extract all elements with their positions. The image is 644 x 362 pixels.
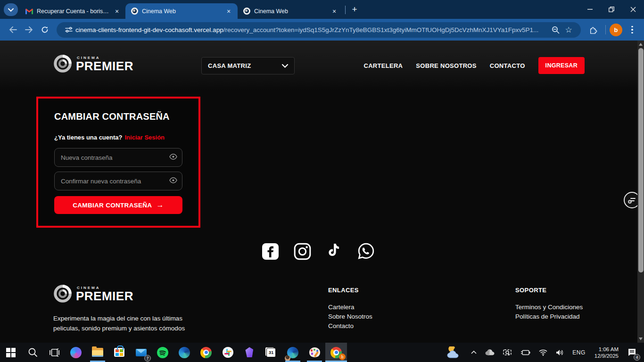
footer-links-title: ENLACES — [328, 287, 372, 294]
forward-button[interactable] — [21, 22, 37, 38]
facebook-icon[interactable] — [262, 243, 279, 260]
instagram-icon[interactable] — [294, 243, 311, 260]
maximize-button[interactable] — [601, 0, 622, 19]
new-tab-button[interactable]: + — [348, 3, 361, 16]
tab-close-icon[interactable]: × — [113, 7, 121, 16]
tab-cinema-web-active[interactable]: Cinema Web × — [125, 3, 238, 19]
back-button[interactable] — [5, 22, 21, 38]
scrollbar-thumb[interactable] — [638, 48, 644, 272]
change-password-button[interactable]: CAMBIAR CONTRASEÑA → — [54, 196, 182, 214]
iniciar-sesion-link[interactable]: Iniciar Sesión — [125, 134, 165, 141]
chrome-active-button[interactable]: b — [325, 343, 347, 362]
volume-button[interactable] — [552, 343, 568, 362]
new-password-input[interactable] — [54, 148, 182, 167]
copilot-button[interactable] — [65, 343, 87, 362]
obsidian-icon — [245, 347, 254, 358]
close-window-button[interactable] — [622, 0, 644, 19]
url-text[interactable]: cinema-clients-frontend-git-dev-cochasof… — [75, 26, 549, 33]
clock-date: 12/9/2025 — [594, 353, 619, 359]
show-password-icon[interactable] — [169, 177, 177, 183]
notification-center-button[interactable]: 4 — [623, 343, 642, 362]
weather-widget[interactable] — [440, 343, 467, 362]
microsoft-store-button[interactable] — [108, 343, 130, 362]
mail-badge: 7 — [144, 355, 151, 362]
file-explorer-button[interactable] — [87, 343, 108, 362]
restore-icon — [609, 7, 614, 12]
chevron-down-icon — [8, 8, 14, 12]
tray-expand-button[interactable] — [467, 343, 481, 362]
tab-gmail[interactable]: Recuperar Cuenta - borisscrum × — [20, 3, 125, 19]
site-settings-icon[interactable] — [62, 23, 75, 36]
tab-cinema-web-2[interactable]: Cinema Web × — [238, 3, 343, 19]
footer-link-contacto[interactable]: Contacto — [328, 321, 372, 331]
obsidian-button[interactable] — [239, 343, 260, 362]
browser-tabstrip: Recuperar Cuenta - borisscrum × Cinema W… — [0, 0, 644, 19]
chevron-down-icon — [282, 64, 288, 68]
tiktok-icon[interactable] — [326, 243, 342, 260]
screen-share-button[interactable] — [499, 343, 516, 362]
url-domain: cinema-clients-frontend-git-dev-cochasof… — [75, 26, 223, 33]
social-links — [0, 242, 637, 260]
minimize-icon — [587, 9, 593, 10]
battery-status-button[interactable] — [516, 343, 535, 362]
site-logo[interactable]: CINEMA PREMIER — [53, 54, 133, 74]
footer-link-terminos[interactable]: Terminos y Condiciones — [515, 303, 583, 312]
battery-charging-icon — [520, 350, 530, 355]
browser-menu-icon[interactable] — [626, 24, 638, 36]
onedrive-button[interactable] — [481, 343, 499, 362]
reload-button[interactable] — [37, 22, 53, 38]
calendar-button[interactable]: 31 — [260, 343, 282, 362]
nav-cartelera[interactable]: CARTELERA — [363, 62, 403, 69]
slack-button[interactable] — [217, 343, 239, 362]
scrollbar-down-arrow[interactable] — [639, 337, 643, 340]
forward-icon — [25, 26, 33, 33]
cinema-premier-logo-icon — [53, 54, 73, 74]
mail-button[interactable]: 7 — [130, 343, 152, 362]
profile-avatar[interactable]: b — [610, 24, 622, 36]
footer-description: Experimenta la magia del cine con las úl… — [53, 314, 196, 333]
whatsapp-icon[interactable] — [357, 242, 375, 260]
footer-link-privacidad[interactable]: Políticas de Privacidad — [515, 312, 583, 321]
wifi-icon — [539, 349, 547, 356]
url-bar[interactable]: cinema-clients-frontend-git-dev-cochasof… — [57, 22, 581, 38]
screen: Recuperar Cuenta - borisscrum × Cinema W… — [0, 0, 644, 362]
footer-link-cartelera[interactable]: Cartelera — [328, 303, 372, 312]
footer-link-sobre-nosotros[interactable]: Sobre Nosotros — [328, 312, 372, 321]
minimize-button[interactable] — [579, 0, 601, 19]
page-scrollbar[interactable] — [637, 41, 644, 343]
chrome-button[interactable] — [195, 343, 217, 362]
bookmark-star-icon[interactable]: ☆ — [562, 23, 575, 36]
zoom-out-icon[interactable] — [549, 23, 562, 36]
wifi-button[interactable] — [535, 343, 552, 362]
nav-contacto[interactable]: CONTACTO — [490, 62, 525, 69]
tab-search-button[interactable] — [4, 3, 18, 16]
edge-button[interactable] — [173, 343, 195, 362]
reload-icon — [41, 26, 49, 33]
site-header: CINEMA PREMIER CASA MATRIZ CARTELERA SOB… — [0, 41, 637, 90]
tab-close-icon[interactable]: × — [330, 7, 339, 16]
nav-sobre-nosotros[interactable]: SOBRE NOSOTROS — [416, 62, 476, 69]
edge-profile-button[interactable] — [282, 343, 304, 362]
question-text: ¿Ya tienes una cuenta? — [54, 134, 123, 141]
weather-icon — [446, 346, 461, 359]
login-button[interactable]: INGRESAR — [538, 57, 585, 74]
language-indicator[interactable]: ENG — [568, 343, 590, 362]
start-button[interactable] — [0, 343, 22, 362]
extensions-icon[interactable] — [586, 22, 602, 38]
windows-start-icon — [6, 348, 16, 357]
taskbar-clock[interactable]: 1:06 AM 12/9/2025 — [590, 346, 623, 359]
task-view-button[interactable] — [43, 343, 65, 362]
spotify-button[interactable] — [152, 343, 173, 362]
branch-selector[interactable]: CASA MATRIZ — [201, 57, 295, 74]
back-icon — [9, 26, 17, 33]
microsoft-store-icon — [114, 348, 124, 357]
chevron-up-icon — [471, 351, 477, 354]
show-password-icon[interactable] — [169, 154, 177, 160]
tab-close-icon[interactable]: × — [224, 7, 233, 16]
scrollbar-up-arrow[interactable] — [639, 43, 643, 46]
taskbar-search-button[interactable] — [22, 343, 43, 362]
paint-button[interactable] — [304, 343, 325, 362]
confirm-password-input[interactable] — [54, 172, 182, 190]
tab-divider — [345, 6, 346, 14]
search-icon — [28, 347, 38, 357]
